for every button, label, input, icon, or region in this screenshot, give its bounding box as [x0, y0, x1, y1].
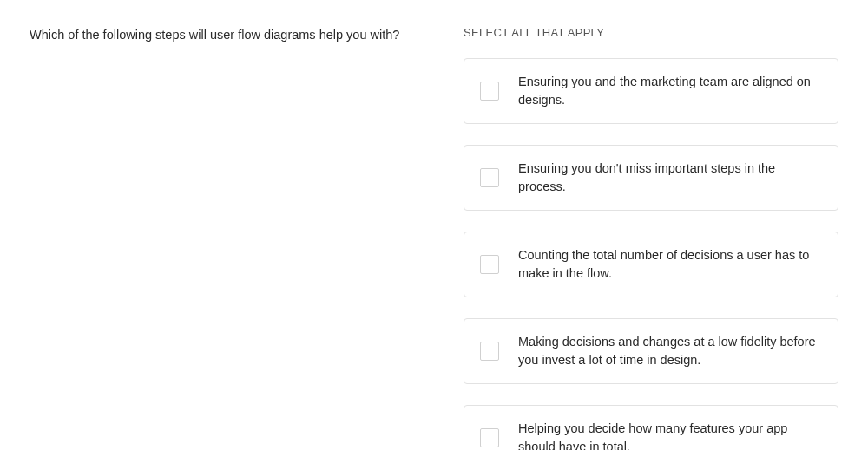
options-list: Ensuring you and the marketing team are …	[464, 58, 838, 450]
instruction-label: SELECT ALL THAT APPLY	[464, 26, 838, 39]
option-label: Ensuring you don't miss important steps …	[518, 160, 822, 196]
option-label: Ensuring you and the marketing team are …	[518, 73, 822, 109]
checkbox-icon[interactable]	[480, 342, 499, 361]
checkbox-icon[interactable]	[480, 255, 499, 274]
checkbox-icon[interactable]	[480, 82, 499, 101]
option-card-3[interactable]: Making decisions and changes at a low fi…	[464, 318, 838, 384]
checkbox-icon[interactable]	[480, 168, 499, 187]
quiz-container: Which of the following steps will user f…	[30, 26, 838, 450]
option-card-2[interactable]: Counting the total number of decisions a…	[464, 232, 838, 297]
option-label: Making decisions and changes at a low fi…	[518, 333, 822, 369]
option-card-1[interactable]: Ensuring you don't miss important steps …	[464, 145, 838, 211]
question-text: Which of the following steps will user f…	[30, 26, 403, 45]
answers-column: SELECT ALL THAT APPLY Ensuring you and t…	[464, 26, 838, 450]
option-card-4[interactable]: Helping you decide how many features you…	[464, 405, 838, 450]
checkbox-icon[interactable]	[480, 428, 499, 447]
option-card-0[interactable]: Ensuring you and the marketing team are …	[464, 58, 838, 124]
option-label: Counting the total number of decisions a…	[518, 246, 822, 283]
option-label: Helping you decide how many features you…	[518, 420, 822, 450]
question-column: Which of the following steps will user f…	[30, 26, 403, 450]
